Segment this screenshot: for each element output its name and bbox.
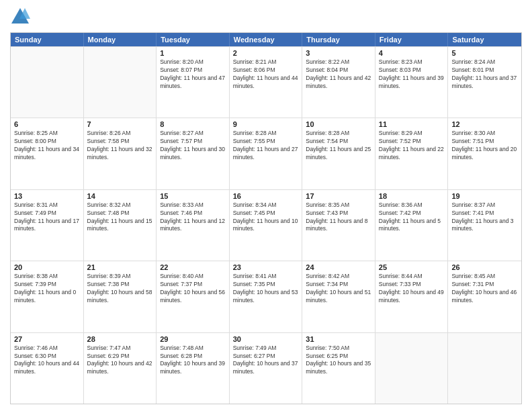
day-info: Sunrise: 7:47 AM Sunset: 6:29 PM Dayligh…	[87, 345, 153, 377]
calendar-row-1: 6Sunrise: 8:25 AM Sunset: 8:00 PM Daylig…	[11, 118, 521, 189]
weekday-header-monday: Monday	[84, 33, 157, 46]
day-cell-28: 28Sunrise: 7:47 AM Sunset: 6:29 PM Dayli…	[84, 333, 157, 404]
weekday-header-saturday: Saturday	[448, 33, 521, 46]
day-info: Sunrise: 8:25 AM Sunset: 8:00 PM Dayligh…	[14, 130, 80, 162]
empty-cell-0-1	[84, 47, 157, 118]
day-cell-8: 8Sunrise: 8:27 AM Sunset: 7:57 PM Daylig…	[157, 118, 230, 189]
day-cell-17: 17Sunrise: 8:35 AM Sunset: 7:43 PM Dayli…	[302, 190, 375, 261]
day-number: 10	[306, 120, 371, 128]
day-cell-21: 21Sunrise: 8:39 AM Sunset: 7:38 PM Dayli…	[84, 261, 157, 332]
day-cell-3: 3Sunrise: 8:22 AM Sunset: 8:04 PM Daylig…	[302, 47, 375, 118]
day-info: Sunrise: 7:46 AM Sunset: 6:30 PM Dayligh…	[14, 345, 80, 377]
day-number: 20	[14, 263, 80, 271]
day-cell-5: 5Sunrise: 8:24 AM Sunset: 8:01 PM Daylig…	[448, 47, 521, 118]
day-number: 27	[14, 335, 80, 343]
weekday-header-tuesday: Tuesday	[157, 33, 230, 46]
calendar-header: SundayMondayTuesdayWednesdayThursdayFrid…	[11, 33, 521, 46]
day-info: Sunrise: 8:22 AM Sunset: 8:04 PM Dayligh…	[306, 58, 371, 91]
day-number: 13	[14, 192, 80, 200]
weekday-header-wednesday: Wednesday	[230, 33, 303, 46]
calendar-row-0: 1Sunrise: 8:20 AM Sunset: 8:07 PM Daylig…	[11, 46, 521, 118]
day-cell-23: 23Sunrise: 8:41 AM Sunset: 7:35 PM Dayli…	[230, 261, 303, 332]
calendar-row-3: 20Sunrise: 8:38 AM Sunset: 7:39 PM Dayli…	[11, 261, 521, 332]
day-cell-26: 26Sunrise: 8:45 AM Sunset: 7:31 PM Dayli…	[448, 261, 521, 332]
day-number: 6	[14, 120, 80, 128]
day-number: 15	[160, 192, 226, 200]
day-number: 17	[306, 192, 371, 200]
day-info: Sunrise: 8:23 AM Sunset: 8:03 PM Dayligh…	[379, 58, 445, 91]
day-cell-9: 9Sunrise: 8:28 AM Sunset: 7:55 PM Daylig…	[230, 118, 303, 189]
day-number: 3	[306, 49, 371, 57]
day-info: Sunrise: 8:40 AM Sunset: 7:37 PM Dayligh…	[160, 273, 226, 305]
day-number: 31	[306, 335, 371, 343]
day-number: 26	[451, 263, 518, 271]
weekday-header-thursday: Thursday	[302, 33, 375, 46]
day-info: Sunrise: 8:21 AM Sunset: 8:06 PM Dayligh…	[233, 58, 299, 91]
day-number: 1	[160, 49, 226, 57]
day-cell-27: 27Sunrise: 7:46 AM Sunset: 6:30 PM Dayli…	[11, 333, 84, 404]
header	[10, 7, 522, 27]
day-cell-30: 30Sunrise: 7:49 AM Sunset: 6:27 PM Dayli…	[230, 333, 303, 404]
day-cell-20: 20Sunrise: 8:38 AM Sunset: 7:39 PM Dayli…	[11, 261, 84, 332]
day-number: 12	[451, 120, 518, 128]
day-number: 29	[160, 335, 226, 343]
day-cell-25: 25Sunrise: 8:44 AM Sunset: 7:33 PM Dayli…	[375, 261, 449, 332]
day-info: Sunrise: 8:30 AM Sunset: 7:51 PM Dayligh…	[451, 130, 518, 162]
day-cell-10: 10Sunrise: 8:28 AM Sunset: 7:54 PM Dayli…	[302, 118, 375, 189]
day-cell-4: 4Sunrise: 8:23 AM Sunset: 8:03 PM Daylig…	[375, 47, 449, 118]
day-info: Sunrise: 7:50 AM Sunset: 6:25 PM Dayligh…	[306, 345, 371, 377]
calendar-row-2: 13Sunrise: 8:31 AM Sunset: 7:49 PM Dayli…	[11, 189, 521, 261]
day-number: 25	[379, 263, 445, 271]
day-info: Sunrise: 7:48 AM Sunset: 6:28 PM Dayligh…	[160, 345, 226, 377]
day-info: Sunrise: 8:39 AM Sunset: 7:38 PM Dayligh…	[87, 273, 153, 305]
day-info: Sunrise: 8:32 AM Sunset: 7:48 PM Dayligh…	[87, 201, 153, 234]
empty-cell-0-0	[11, 47, 84, 118]
day-info: Sunrise: 8:37 AM Sunset: 7:41 PM Dayligh…	[451, 201, 518, 234]
day-info: Sunrise: 8:34 AM Sunset: 7:45 PM Dayligh…	[233, 201, 299, 234]
day-info: Sunrise: 8:38 AM Sunset: 7:39 PM Dayligh…	[14, 273, 80, 305]
day-info: Sunrise: 8:27 AM Sunset: 7:57 PM Dayligh…	[160, 130, 226, 162]
day-cell-1: 1Sunrise: 8:20 AM Sunset: 8:07 PM Daylig…	[157, 47, 230, 118]
day-cell-19: 19Sunrise: 8:37 AM Sunset: 7:41 PM Dayli…	[448, 190, 521, 261]
day-info: Sunrise: 8:35 AM Sunset: 7:43 PM Dayligh…	[306, 201, 371, 234]
day-info: Sunrise: 8:36 AM Sunset: 7:42 PM Dayligh…	[379, 201, 445, 234]
day-info: Sunrise: 8:42 AM Sunset: 7:34 PM Dayligh…	[306, 273, 371, 305]
weekday-header-sunday: Sunday	[11, 33, 84, 46]
day-cell-24: 24Sunrise: 8:42 AM Sunset: 7:34 PM Dayli…	[302, 261, 375, 332]
day-cell-15: 15Sunrise: 8:33 AM Sunset: 7:46 PM Dayli…	[157, 190, 230, 261]
day-info: Sunrise: 7:49 AM Sunset: 6:27 PM Dayligh…	[233, 345, 299, 377]
day-number: 18	[379, 192, 445, 200]
day-cell-22: 22Sunrise: 8:40 AM Sunset: 7:37 PM Dayli…	[157, 261, 230, 332]
day-number: 19	[451, 192, 518, 200]
day-number: 28	[87, 335, 153, 343]
day-cell-14: 14Sunrise: 8:32 AM Sunset: 7:48 PM Dayli…	[84, 190, 157, 261]
day-info: Sunrise: 8:26 AM Sunset: 7:58 PM Dayligh…	[87, 130, 153, 162]
day-cell-29: 29Sunrise: 7:48 AM Sunset: 6:28 PM Dayli…	[157, 333, 230, 404]
day-number: 2	[233, 49, 299, 57]
day-cell-31: 31Sunrise: 7:50 AM Sunset: 6:25 PM Dayli…	[302, 333, 375, 404]
day-number: 7	[87, 120, 153, 128]
day-info: Sunrise: 8:31 AM Sunset: 7:49 PM Dayligh…	[14, 201, 80, 234]
day-number: 16	[233, 192, 299, 200]
day-cell-13: 13Sunrise: 8:31 AM Sunset: 7:49 PM Dayli…	[11, 190, 84, 261]
day-cell-12: 12Sunrise: 8:30 AM Sunset: 7:51 PM Dayli…	[448, 118, 521, 189]
empty-cell-4-5	[375, 333, 449, 404]
day-info: Sunrise: 8:28 AM Sunset: 7:55 PM Dayligh…	[233, 130, 299, 162]
day-number: 11	[379, 120, 445, 128]
day-info: Sunrise: 8:41 AM Sunset: 7:35 PM Dayligh…	[233, 273, 299, 305]
day-cell-6: 6Sunrise: 8:25 AM Sunset: 8:00 PM Daylig…	[11, 118, 84, 189]
day-number: 30	[233, 335, 299, 343]
day-cell-7: 7Sunrise: 8:26 AM Sunset: 7:58 PM Daylig…	[84, 118, 157, 189]
day-cell-2: 2Sunrise: 8:21 AM Sunset: 8:06 PM Daylig…	[230, 47, 303, 118]
day-info: Sunrise: 8:45 AM Sunset: 7:31 PM Dayligh…	[451, 273, 518, 305]
day-number: 8	[160, 120, 226, 128]
calendar-row-4: 27Sunrise: 7:46 AM Sunset: 6:30 PM Dayli…	[11, 332, 521, 404]
day-cell-18: 18Sunrise: 8:36 AM Sunset: 7:42 PM Dayli…	[375, 190, 449, 261]
day-number: 21	[87, 263, 153, 271]
day-number: 4	[379, 49, 445, 57]
day-info: Sunrise: 8:28 AM Sunset: 7:54 PM Dayligh…	[306, 130, 371, 162]
page: SundayMondayTuesdayWednesdayThursdayFrid…	[0, 0, 532, 411]
day-info: Sunrise: 8:33 AM Sunset: 7:46 PM Dayligh…	[160, 201, 226, 234]
weekday-header-friday: Friday	[375, 33, 449, 46]
calendar-body: 1Sunrise: 8:20 AM Sunset: 8:07 PM Daylig…	[11, 46, 521, 404]
